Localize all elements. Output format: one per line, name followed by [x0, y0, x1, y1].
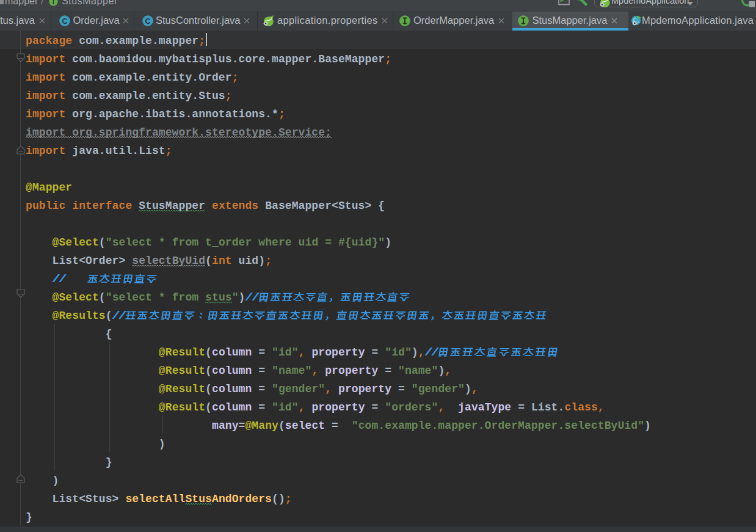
svg-text:C: C	[145, 16, 150, 25]
svg-text:I: I	[53, 0, 54, 5]
svg-text:C: C	[62, 16, 67, 25]
